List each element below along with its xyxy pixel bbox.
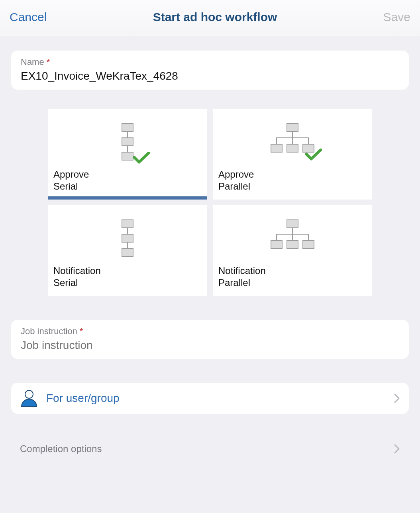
name-input[interactable] [21,70,399,82]
tile-label-line1: Notification [53,265,202,277]
svg-point-0 [25,390,33,398]
tile-label-line2: Parallel [218,180,367,192]
completion-options-row[interactable]: Completion options [11,436,409,462]
tile-label-line1: Approve [53,168,202,180]
for-user-group-row[interactable]: For user/group [11,383,409,414]
serial-approve-icon [48,123,207,163]
tile-label: Notification Parallel [218,265,367,289]
tile-label-line1: Approve [218,168,367,180]
serial-notify-icon [48,219,207,259]
completion-options-label: Completion options [20,443,394,454]
parallel-approve-icon [213,123,372,155]
job-instruction-card: Job instruction* [11,320,409,359]
tile-label: Notification Serial [53,265,202,289]
page-title: Start ad hoc workflow [47,10,383,24]
tile-label-line2: Serial [53,277,202,289]
checkmark-icon [133,152,150,164]
tile-approve-serial[interactable]: Approve Serial [48,109,207,200]
name-label: Name [21,57,44,67]
save-button[interactable]: Save [383,10,410,24]
chevron-right-icon [394,444,400,454]
tile-label: Approve Serial [53,168,202,192]
cancel-button[interactable]: Cancel [10,10,47,24]
checkmark-icon [305,149,322,161]
user-icon [20,389,38,407]
tile-approve-parallel[interactable]: Approve Parallel [213,109,372,200]
name-field-card: Name* [11,51,409,90]
tile-label-line2: Serial [53,180,202,192]
required-asterisk: * [80,326,83,336]
job-instruction-label: Job instruction [21,326,77,337]
parallel-notify-icon [213,219,372,251]
header-bar: Cancel Start ad hoc workflow Save [0,0,420,36]
tile-label: Approve Parallel [218,168,367,192]
for-user-group-label: For user/group [46,392,394,405]
job-instruction-input[interactable] [21,339,399,352]
content-area: Name* Approve Serial [0,36,420,478]
required-asterisk: * [47,57,50,67]
workflow-type-grid: Approve Serial Approve Parallel [48,109,372,296]
tile-notification-parallel[interactable]: Notification Parallel [213,205,372,296]
tile-label-line1: Notification [218,265,367,277]
chevron-right-icon [394,393,400,403]
tile-label-line2: Parallel [218,277,367,289]
tile-notification-serial[interactable]: Notification Serial [48,205,207,296]
